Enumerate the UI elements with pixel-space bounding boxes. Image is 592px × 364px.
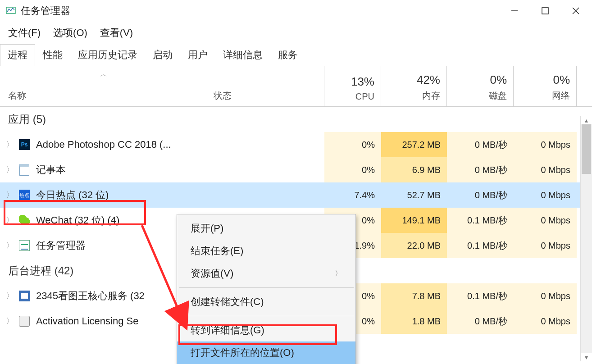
process-name: 今日热点 (32 位): [36, 188, 109, 202]
process-name: WeChat (32 位) (4): [36, 214, 119, 227]
tab-services[interactable]: 服务: [270, 44, 305, 66]
menu-view[interactable]: 查看(V): [100, 26, 133, 40]
menu-options[interactable]: 选项(O): [53, 26, 87, 40]
group-bg-label: 后台进程 (42): [0, 264, 73, 278]
column-headers: ︿ 名称 状态 13% CPU 42% 内存 0% 磁盘 0% 网络: [0, 66, 592, 107]
cell-net: 0 Mbps: [514, 157, 577, 182]
header-name-label: 名称: [8, 90, 26, 102]
sort-arrow-icon: ︿: [100, 70, 107, 79]
tab-details[interactable]: 详细信息: [215, 44, 270, 66]
header-disk[interactable]: 0% 磁盘: [447, 66, 514, 106]
cell-cpu: 0%: [324, 132, 381, 157]
cell-mem: 7.8 MB: [381, 283, 447, 309]
menu-file[interactable]: 文件(F): [8, 26, 41, 40]
cell-cpu: 7.4%: [324, 182, 381, 208]
cell-mem: 149.1 MB: [381, 208, 447, 233]
svg-rect-2: [542, 8, 548, 14]
process-name: 记事本: [36, 163, 66, 177]
header-cpu-label: CPU: [355, 91, 374, 102]
cell-disk: 0 MB/秒: [447, 157, 514, 182]
cell-mem: 52.7 MB: [381, 182, 447, 208]
chevron-right-icon[interactable]: 〉: [6, 191, 15, 200]
tab-performance[interactable]: 性能: [35, 44, 70, 66]
header-net[interactable]: 0% 网络: [514, 66, 577, 106]
cell-net: 0 Mbps: [514, 283, 577, 309]
tab-app-history[interactable]: 应用历史记录: [70, 44, 145, 66]
scroll-thumb[interactable]: [582, 124, 591, 174]
header-net-label: 网络: [552, 90, 570, 102]
chevron-right-icon[interactable]: 〉: [6, 165, 15, 175]
ctx-resource[interactable]: 资源值(V)〉: [177, 262, 355, 285]
ctx-end-task[interactable]: 结束任务(E): [177, 240, 355, 262]
cell-mem: 257.2 MB: [381, 132, 447, 157]
hotspot-icon: 热点: [18, 189, 31, 201]
chevron-right-icon: 〉: [335, 269, 342, 278]
window-title: 任务管理器: [21, 4, 508, 18]
header-net-pct: 0%: [553, 73, 570, 87]
cell-net: 0 Mbps: [514, 233, 577, 258]
ctx-open-location[interactable]: 打开文件所在的位置(O): [177, 341, 355, 364]
cell-cpu: 0%: [324, 157, 381, 182]
window-controls: [508, 5, 582, 17]
header-state[interactable]: 状态: [207, 66, 324, 106]
cell-disk: 0 MB/秒: [447, 132, 514, 157]
photoshop-icon: Ps: [18, 138, 31, 151]
cell-mem: 22.0 MB: [381, 233, 447, 258]
tab-startup[interactable]: 启动: [145, 44, 180, 66]
tab-users[interactable]: 用户: [180, 44, 215, 66]
menubar: 文件(F) 选项(O) 查看(V): [0, 22, 592, 44]
header-cpu-pct: 13%: [351, 75, 374, 89]
header-mem-label: 内存: [422, 90, 440, 102]
context-menu: 展开(P) 结束任务(E) 资源值(V)〉 创建转储文件(C) 转到详细信息(G…: [177, 214, 356, 364]
separator: [179, 287, 354, 288]
cell-net: 0 Mbps: [514, 208, 577, 233]
scroll-track[interactable]: [581, 124, 592, 353]
tab-processes[interactable]: 进程: [0, 44, 35, 66]
scroll-down-icon[interactable]: ▾: [581, 353, 592, 361]
header-mem[interactable]: 42% 内存: [381, 66, 447, 106]
header-name[interactable]: ︿ 名称: [0, 66, 207, 106]
process-name: Activation Licensing Se: [36, 315, 138, 327]
app-icon: [18, 290, 31, 302]
maximize-button[interactable]: [539, 5, 551, 17]
ctx-dump[interactable]: 创建转储文件(C): [177, 291, 355, 313]
process-name: Adobe Photoshop CC 2018 (...: [36, 139, 171, 150]
group-apps[interactable]: 应用 (5): [0, 107, 592, 132]
process-row[interactable]: 〉PsAdobe Photoshop CC 2018 (... 0% 257.2…: [0, 132, 592, 157]
cell-disk: 0 MB/秒: [447, 182, 514, 208]
cell-net: 0 Mbps: [514, 182, 577, 208]
app-icon: [5, 5, 16, 16]
chevron-right-icon[interactable]: 〉: [6, 317, 15, 326]
tabs: 进程 性能 应用历史记录 启动 用户 详细信息 服务: [0, 44, 592, 66]
titlebar: 任务管理器: [0, 0, 592, 22]
header-cpu[interactable]: 13% CPU: [324, 66, 381, 106]
process-row[interactable]: 〉记事本 0% 6.9 MB 0 MB/秒 0 Mbps: [0, 157, 592, 182]
header-mem-pct: 42%: [417, 73, 440, 87]
cell-mem: 1.8 MB: [381, 309, 447, 334]
cell-mem: 6.9 MB: [381, 157, 447, 182]
scroll-up-icon[interactable]: ▴: [581, 116, 592, 124]
ctx-expand[interactable]: 展开(P): [177, 217, 355, 240]
header-disk-pct: 0%: [490, 73, 507, 87]
separator: [179, 316, 354, 316]
app-icon: [18, 315, 31, 328]
cell-disk: 0.1 MB/秒: [447, 283, 514, 309]
chevron-right-icon[interactable]: 〉: [6, 241, 15, 250]
taskmgr-icon: [18, 239, 31, 252]
chevron-right-icon[interactable]: 〉: [6, 140, 15, 150]
cell-disk: 0.1 MB/秒: [447, 208, 514, 233]
process-name: 2345看图王核心服务 (32: [36, 289, 145, 303]
chevron-right-icon[interactable]: 〉: [6, 291, 15, 301]
ctx-goto-details[interactable]: 转到详细信息(G): [177, 319, 355, 341]
process-name: 任务管理器: [36, 239, 86, 252]
wechat-icon: [18, 214, 31, 227]
scrollbar[interactable]: ▴ ▾: [580, 116, 592, 361]
chevron-right-icon[interactable]: 〉: [6, 216, 15, 225]
cell-disk: 0.1 MB/秒: [447, 233, 514, 258]
cell-net: 0 Mbps: [514, 132, 577, 157]
close-button[interactable]: [569, 5, 582, 17]
cell-net: 0 Mbps: [514, 309, 577, 334]
minimize-button[interactable]: [508, 5, 521, 17]
process-row[interactable]: 〉热点今日热点 (32 位) 7.4% 52.7 MB 0 MB/秒 0 Mbp…: [0, 182, 592, 208]
header-disk-label: 磁盘: [489, 90, 507, 102]
